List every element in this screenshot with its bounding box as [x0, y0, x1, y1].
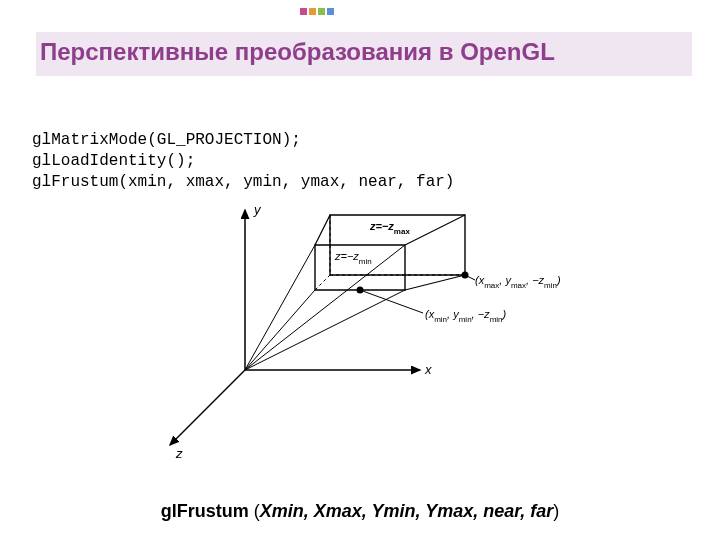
paren-close: )	[553, 501, 559, 521]
svg-line-11	[245, 290, 405, 370]
logo-sq-2	[309, 8, 316, 15]
svg-line-6	[405, 215, 465, 245]
code-block: glMatrixMode(GL_PROJECTION); glLoadIdent…	[32, 130, 454, 192]
paren-open: (	[249, 501, 260, 521]
svg-line-2	[170, 370, 245, 445]
code-line-1: glMatrixMode(GL_PROJECTION);	[32, 131, 301, 149]
svg-line-12	[245, 290, 315, 370]
fn-name: glFrustum	[161, 501, 249, 521]
logo-sq-3	[318, 8, 325, 15]
axis-y-label: y	[253, 202, 262, 217]
function-caption: glFrustum (Xmin, Xmax, Ymin, Ymax, near,…	[0, 501, 720, 522]
axis-z-label: z	[175, 446, 183, 460]
logo-squares	[300, 8, 334, 15]
svg-line-7	[405, 275, 465, 290]
pt-near-label: (xmin, ymin, −zmin)	[425, 308, 507, 324]
logo-sq-1	[300, 8, 307, 15]
svg-line-9	[245, 245, 315, 370]
code-line-3: glFrustum(xmin, xmax, ymin, ymax, near, …	[32, 173, 454, 191]
z-near-label: z=−zmin	[334, 250, 372, 266]
svg-line-10	[245, 245, 405, 370]
svg-marker-4	[315, 245, 405, 290]
z-far-label: z=−zmax	[369, 220, 410, 236]
svg-line-18	[360, 290, 423, 313]
code-line-2: glLoadIdentity();	[32, 152, 195, 170]
svg-line-8	[315, 275, 330, 290]
pt-far-label: (xmax, ymax, −zmin)	[475, 274, 561, 290]
svg-line-5	[315, 215, 330, 245]
slide-title: Перспективные преобразования в OpenGL	[36, 32, 692, 76]
axis-x-label: x	[424, 362, 432, 377]
frustum-diagram: x y z z=−zmax z=−zmin (xmax, ymax, −zmin…	[140, 200, 610, 460]
fn-args: Xmin, Xmax, Ymin, Ymax, near, far	[260, 501, 553, 521]
logo-sq-4	[327, 8, 334, 15]
